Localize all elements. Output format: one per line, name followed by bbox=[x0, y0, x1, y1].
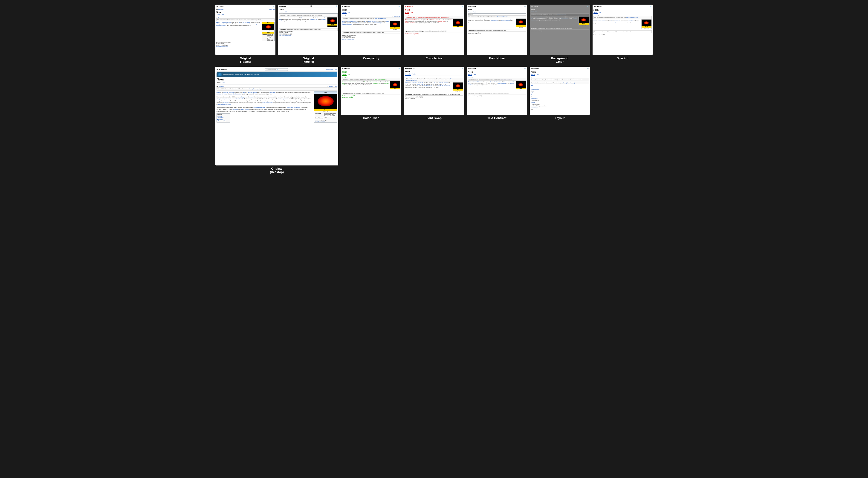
tab-article-desktop[interactable]: Article bbox=[217, 82, 221, 84]
lang-fontnoise: ⌨ Language bbox=[468, 14, 526, 15]
tab-article-fontswap[interactable]: Article bbox=[405, 73, 411, 76]
tab-article-complexity[interactable]: Article bbox=[342, 11, 346, 14]
edit-btn-desktop[interactable]: ✏ Edit bbox=[334, 86, 337, 87]
tab-talk-mobile[interactable]: Talk bbox=[284, 11, 287, 13]
toc-characteristics[interactable]: ▸ Characteristics bbox=[217, 120, 230, 122]
wiki-logo-layout: Wikipedia bbox=[531, 68, 539, 69]
tab-talk-tablet[interactable]: Talk bbox=[222, 14, 225, 16]
search-icon-mobile[interactable]: 🔍 bbox=[336, 5, 338, 7]
menu-icon-mobile[interactable]: ☰ bbox=[310, 5, 312, 7]
tab-article-colorswap[interactable]: Article bbox=[342, 73, 346, 76]
toc-history[interactable]: ▸ History bbox=[217, 115, 230, 117]
caption-textcontrast: Neon, ₁₀Ne bbox=[516, 90, 526, 91]
toc-isotopes[interactable]: ▸ Isotopes bbox=[217, 118, 230, 120]
tabs-fontnoise: Article Talk bbox=[468, 11, 526, 13]
watch-btn-complexity[interactable]: Watch bbox=[394, 16, 397, 17]
tab-article-textcontrast[interactable]: Article bbox=[468, 73, 472, 76]
search-icon-desktop[interactable]: 🔍 bbox=[277, 69, 278, 70]
label-textcontrast: Text Contrast bbox=[467, 115, 527, 120]
search-icon-textcontrast[interactable]: 🔍 bbox=[524, 68, 526, 69]
article-title-tablet: Neon bbox=[216, 11, 275, 13]
search-icon-tablet[interactable]: 🔍 bbox=[273, 6, 275, 7]
neon-label-spacing: Neon bbox=[642, 26, 651, 28]
neon-image-desktop bbox=[314, 94, 337, 109]
tab-article-bgcolor[interactable]: Article bbox=[531, 11, 534, 12]
neon-label-colorswap: Neon bbox=[390, 88, 400, 90]
tab-talk-spacing[interactable]: Talk bbox=[599, 11, 602, 14]
search-icon-colorswap[interactable]: 🔍 bbox=[399, 68, 400, 69]
search-icon-bgcolor[interactable]: 🔍 bbox=[587, 6, 589, 7]
language-icon: ⌨ bbox=[216, 8, 218, 10]
tab-talk-colorswap[interactable]: Talk bbox=[347, 73, 351, 76]
card-layout: Wikipedia 🔍 Neon Article Talk ⌨ function… bbox=[530, 67, 590, 120]
toc-properties[interactable]: ▸ Properties bbox=[217, 117, 230, 118]
caption-spacing: Neon, ₁₀Ne bbox=[642, 28, 651, 29]
search-input-desktop[interactable]: Search Wikipedia bbox=[266, 69, 276, 70]
tab-article-layout[interactable]: Article bbox=[531, 73, 535, 76]
desktop-banner: Photograph your local culture, help Wiki… bbox=[217, 72, 337, 77]
tabs-desktop: Article Talk bbox=[217, 82, 337, 85]
periodic-label-tablet: Neon in the periodic table bbox=[216, 46, 275, 47]
tab-article-spacing[interactable]: Article bbox=[593, 11, 598, 14]
disambiguation-tablet: This article is about the chemical eleme… bbox=[216, 19, 275, 21]
create-account-desktop[interactable]: Create account bbox=[326, 69, 334, 70]
search-icon-complexity[interactable]: 🔍 bbox=[399, 6, 400, 7]
disambiguation-complexity: This article is about the chemical eleme… bbox=[342, 17, 400, 20]
watch-btn-tablet[interactable]: Watch bbox=[269, 8, 272, 10]
wiki-logo-textcontrast: Wikipedia bbox=[468, 68, 476, 69]
caption-bgcolor: Neon, ₁₀Ne bbox=[579, 25, 589, 26]
tab-talk-layout[interactable]: Talk bbox=[536, 73, 539, 76]
label-layout: Layout bbox=[530, 115, 590, 120]
atomic-weight-bgcolor: Standard atomic weight Ar(Ne) bbox=[531, 30, 589, 32]
appearance-key-tablet: Appearance bbox=[262, 34, 267, 41]
tab-talk-colornoise[interactable]: Talk bbox=[410, 11, 413, 14]
banner-icon-desktop bbox=[218, 73, 222, 76]
tab-article-fontnoise[interactable]: Article bbox=[468, 11, 472, 13]
tab-article-tablet[interactable]: Article bbox=[216, 14, 221, 16]
search-icon-layout[interactable]: 🔍 bbox=[587, 68, 589, 69]
label-colorswap: Color Swap bbox=[341, 115, 401, 120]
tab-talk-fontnoise[interactable]: Talk bbox=[473, 11, 476, 13]
disambiguation-spacing: This article is about the chemical eleme… bbox=[593, 16, 652, 19]
search-bar-desktop[interactable]: Search Wikipedia 🔍 bbox=[265, 68, 288, 71]
star-icon-tablet[interactable]: ☆ bbox=[216, 17, 217, 18]
star-icon-desktop[interactable]: ☆ bbox=[327, 86, 328, 87]
neon-label-textcontrast: Neon bbox=[516, 88, 526, 90]
article-title-mobile: Neon bbox=[279, 8, 338, 10]
tab-talk-bgcolor[interactable]: Talk bbox=[535, 11, 537, 12]
infobox-tablet: Neon Neon, ₁₀Ne Neon Appearance colorles… bbox=[262, 22, 275, 41]
log-in-desktop[interactable]: Log in bbox=[334, 69, 337, 70]
disambiguation-mobile: This article is about the chemical eleme… bbox=[279, 14, 338, 17]
tab-talk-textcontrast[interactable]: Talk bbox=[473, 73, 476, 76]
card-complexity: Wikipedia 🔍 Neon Article Talk ⌨ Language… bbox=[341, 5, 401, 64]
search-icon-fontswap[interactable]: 🔍 bbox=[462, 68, 463, 69]
watch-btn-desktop[interactable]: Watch bbox=[329, 86, 333, 87]
tabs-colorswap: Article Talk bbox=[342, 73, 400, 76]
tabs-colornoise: Article Talk bbox=[405, 11, 463, 14]
tab-article-colornoise[interactable]: Article bbox=[405, 11, 409, 14]
lang-label[interactable]: Language bbox=[218, 8, 223, 10]
tab-talk-fontswap[interactable]: Talk bbox=[412, 73, 416, 76]
article-title-colorswap: Neon bbox=[342, 71, 400, 73]
tab-article-mobile[interactable]: Article bbox=[279, 11, 283, 13]
neon-label-mobile: Neon bbox=[328, 24, 337, 26]
tab-talk-complexity[interactable]: Talk bbox=[347, 11, 351, 14]
card-original-tablet: Wikipedia 🔍 ⌨ Language Watch Edit Neon A… bbox=[215, 5, 275, 64]
neon-label-complexity: Neon bbox=[390, 27, 400, 29]
image-caption-mobile: Neon, ₁₀Ne bbox=[328, 26, 337, 27]
search-icon-fontnoise[interactable]: 🔍 bbox=[524, 6, 526, 7]
periodic-table-link-desktop[interactable]: Neon in the periodic table bbox=[314, 121, 337, 123]
edit-btn-tablet[interactable]: Edit bbox=[273, 8, 275, 10]
edit-icon-tablet[interactable]: ✏ bbox=[218, 17, 219, 18]
hamburger-icon-desktop[interactable]: ☰ bbox=[217, 69, 218, 71]
search-icon-colornoise[interactable]: 🔍 bbox=[462, 6, 463, 7]
star-icon-complexity[interactable]: ☆ bbox=[392, 16, 393, 17]
search-icon-spacing[interactable]: 🔍 bbox=[650, 6, 652, 7]
wiki-logo-spacing: Wikipedia bbox=[593, 5, 602, 7]
caption-fontswap: Neon, ₁₀Ne bbox=[453, 91, 463, 92]
label-tablet: Original(Tablet) bbox=[215, 55, 275, 64]
lang-colornoise: ⌨ Language bbox=[405, 14, 463, 15]
lang-btn-desktop[interactable]: Language bbox=[219, 86, 224, 87]
edit-btn-complexity[interactable]: ✏ Edit bbox=[397, 16, 400, 17]
tab-talk-desktop[interactable]: Talk bbox=[222, 82, 225, 84]
